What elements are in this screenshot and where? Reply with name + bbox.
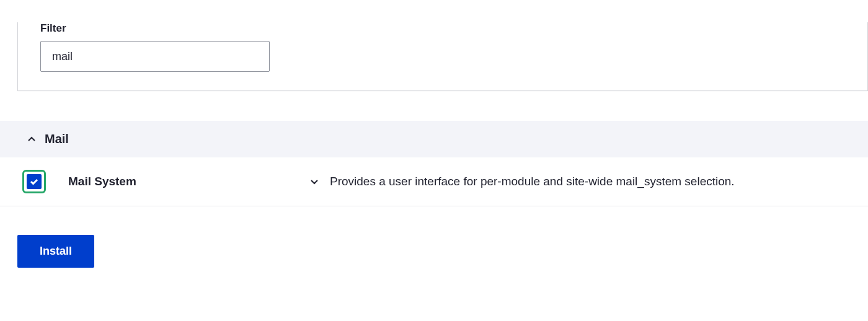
filter-section: Filter: [17, 22, 868, 91]
filter-input[interactable]: [40, 41, 270, 72]
chevron-up-icon: [27, 135, 36, 144]
module-row: Mail System Provides a user interface fo…: [0, 157, 868, 206]
chevron-down-icon[interactable]: [310, 177, 319, 186]
module-description: Provides a user interface for per-module…: [330, 175, 851, 188]
checkbox-highlight: [22, 170, 46, 193]
install-button[interactable]: Install: [17, 235, 94, 268]
filter-label: Filter: [40, 22, 845, 35]
module-checkbox[interactable]: [27, 174, 42, 189]
category-title: Mail: [45, 132, 69, 146]
category-header[interactable]: Mail: [0, 121, 868, 157]
module-name: Mail System: [68, 175, 310, 188]
